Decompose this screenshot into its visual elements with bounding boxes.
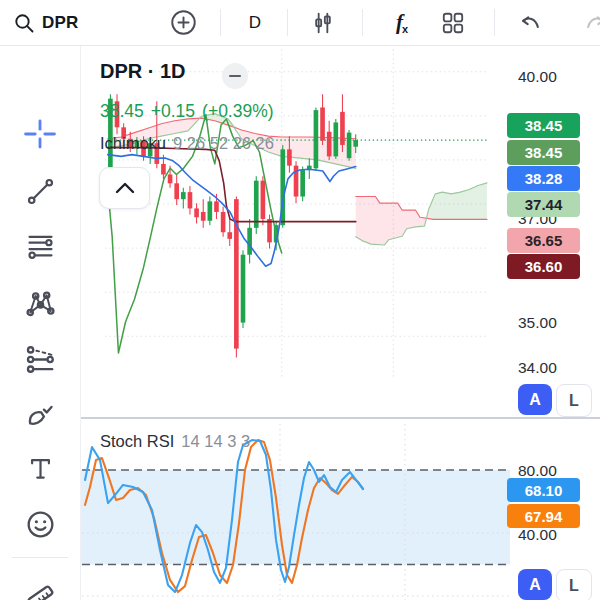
trading-chart-app: DPR D fx bbox=[0, 0, 600, 600]
stoch-k-label: 68.10 bbox=[507, 478, 580, 502]
tool-xabcd-pattern[interactable] bbox=[20, 284, 60, 322]
layout-button[interactable] bbox=[434, 0, 472, 45]
toolbar-divider bbox=[287, 9, 288, 36]
undo-icon bbox=[517, 9, 544, 36]
price-label-senkou-b: 37.44 bbox=[507, 192, 580, 217]
chart-style-button[interactable] bbox=[306, 0, 340, 45]
redo-button[interactable] bbox=[578, 0, 600, 45]
tool-forecast[interactable] bbox=[20, 340, 60, 378]
stoch-scale-buttons: A L bbox=[518, 569, 592, 600]
auto-scale-button[interactable]: A bbox=[518, 569, 552, 600]
candlestick-style-icon bbox=[310, 10, 336, 36]
forecast-lines-icon bbox=[24, 343, 57, 376]
search-icon bbox=[12, 11, 36, 35]
drawing-toolbar bbox=[0, 45, 81, 600]
stoch-params: 14 14 3 3 bbox=[181, 432, 250, 450]
y-axis-tick: 40.00 bbox=[518, 68, 596, 86]
ruler-icon bbox=[24, 580, 57, 600]
main-scale-buttons: A L bbox=[518, 384, 592, 417]
indicator-name: Ichimoku bbox=[100, 134, 166, 152]
symbol-label: DPR bbox=[42, 13, 79, 33]
tool-ruler[interactable] bbox=[20, 577, 60, 600]
tool-fib-retracement[interactable] bbox=[20, 227, 60, 265]
indicator-legend[interactable]: Ichimoku9 26 52 26 26 bbox=[100, 134, 274, 153]
price-change-pct: (+0.39%) bbox=[202, 101, 274, 121]
symbol-search-button[interactable]: DPR bbox=[12, 0, 79, 45]
top-toolbar: DPR D fx bbox=[0, 0, 600, 46]
interval-button[interactable]: D bbox=[240, 0, 270, 45]
auto-scale-button[interactable]: A bbox=[518, 384, 552, 415]
panel-divider[interactable] bbox=[80, 417, 600, 419]
price-label-tenkan: 38.28 bbox=[507, 166, 580, 191]
toolbar-divider bbox=[220, 9, 221, 36]
log-scale-button[interactable]: L bbox=[556, 384, 592, 417]
add-button[interactable] bbox=[167, 0, 199, 45]
tool-crosshair[interactable] bbox=[20, 115, 60, 153]
tool-text[interactable] bbox=[20, 449, 60, 487]
y-axis-tick: 35.00 bbox=[518, 314, 596, 332]
price-label-senkou-a: 36.65 bbox=[507, 228, 580, 253]
redo-icon bbox=[582, 9, 600, 36]
price-label-ichimoku: 38.45 bbox=[507, 140, 580, 165]
price-label-kijun: 36.60 bbox=[507, 254, 580, 279]
indicators-button[interactable]: fx bbox=[385, 0, 419, 45]
expand-legend-button[interactable] bbox=[99, 167, 150, 209]
interval-label: D bbox=[249, 13, 261, 33]
toolbar-divider bbox=[494, 9, 495, 36]
last-price: 38.45 bbox=[100, 101, 144, 121]
tool-emoji[interactable] bbox=[20, 505, 60, 543]
tool-brush[interactable] bbox=[20, 395, 60, 433]
brush-icon bbox=[24, 398, 57, 431]
fib-retracement-icon bbox=[25, 231, 56, 262]
text-icon bbox=[25, 453, 56, 484]
y-axis-tick: 34.00 bbox=[518, 359, 596, 377]
collapse-legend-button[interactable] bbox=[222, 63, 248, 89]
stoch-legend[interactable]: Stoch RSI14 14 3 3 bbox=[100, 432, 250, 451]
price-row: 38.45+0.15(+0.39%) bbox=[100, 101, 281, 122]
price-label-close: 38.45 bbox=[507, 113, 580, 138]
chevron-up-icon bbox=[114, 181, 136, 195]
tool-trend-line[interactable] bbox=[20, 172, 60, 210]
y-axis-tick: 40.00 bbox=[518, 526, 596, 544]
trend-line-icon bbox=[25, 176, 56, 207]
log-scale-button[interactable]: L bbox=[556, 569, 592, 600]
crosshair-icon bbox=[23, 117, 57, 151]
layout-grid-icon bbox=[440, 10, 466, 36]
stoch-d-label: 67.94 bbox=[507, 504, 580, 528]
toolbar-divider bbox=[12, 557, 68, 558]
chart-legend-title[interactable]: DPR · 1D bbox=[100, 60, 186, 83]
emoji-icon bbox=[24, 508, 57, 541]
minus-icon bbox=[229, 75, 241, 78]
price-change: +0.15 bbox=[151, 101, 195, 121]
toolbar-divider bbox=[362, 9, 363, 36]
xabcd-pattern-icon bbox=[24, 287, 57, 320]
undo-button[interactable] bbox=[513, 0, 547, 45]
indicators-fx-icon: fx bbox=[396, 10, 408, 35]
add-circle-icon bbox=[170, 9, 197, 36]
indicator-params: 9 26 52 26 26 bbox=[173, 134, 274, 152]
stoch-name: Stoch RSI bbox=[100, 432, 174, 450]
